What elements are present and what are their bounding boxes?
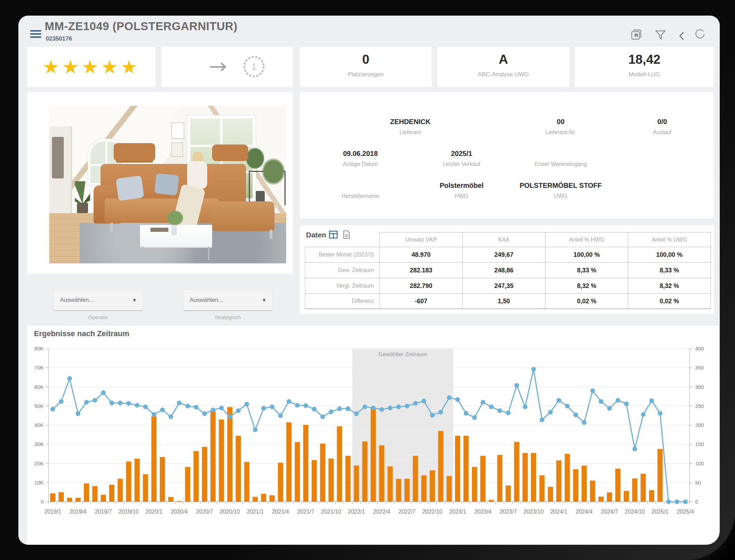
line-point-2020/1[interactable] [151,412,156,417]
line-point-2020/3[interactable] [168,414,173,419]
bar-2021/12[interactable] [345,456,351,502]
line-point-2020/5[interactable] [185,404,190,409]
bar-2024/7[interactable] [607,492,612,502]
bar-2020/8[interactable] [210,411,216,502]
line-point-2019/4[interactable] [76,411,80,416]
bar-2020/11[interactable] [236,436,241,502]
bar-2021/8[interactable] [312,460,317,502]
line-point-2020/10[interactable] [228,414,233,419]
bar-2021/5[interactable] [286,422,291,502]
bar-2020/1[interactable] [151,417,157,502]
line-point-2019/7[interactable] [101,390,106,395]
line-point-2024/6[interactable] [599,399,604,404]
rating-card[interactable]: ★★★★★ [27,47,156,87]
line-point-2019/12[interactable] [143,404,148,409]
line-point-2025/1[interactable] [658,411,663,416]
line-point-2020/7[interactable] [202,411,207,416]
bar-2019/11[interactable] [134,459,140,502]
line-point-2021/9[interactable] [320,414,325,419]
bar-2019/2[interactable] [59,492,64,502]
line-point-2023/5[interactable] [489,404,494,409]
line-point-2020/6[interactable] [194,405,199,410]
line-point-2023/12[interactable] [548,410,553,415]
line-point-2020/9[interactable] [219,405,224,410]
bar-2024/10[interactable] [632,479,637,502]
bar-2022/12[interactable] [447,476,452,502]
line-point-2023/4[interactable] [481,400,485,405]
bar-2022/9[interactable] [421,475,427,502]
line-point-2025/4[interactable] [683,499,688,504]
kpi-card-modell-lug[interactable]: 18,42 Modell-LUG [575,47,714,87]
bar-2024/9[interactable] [624,491,629,502]
line-point-2022/3[interactable] [371,405,376,410]
line-point-2024/11[interactable] [641,412,646,417]
line-point-2022/9[interactable] [421,399,426,404]
bar-2023/9[interactable] [523,453,528,502]
line-point-2022/4[interactable] [379,407,384,412]
bar-2020/7[interactable] [202,447,207,502]
bar-2024/12[interactable] [649,490,654,502]
bar-2019/8[interactable] [109,485,114,502]
bar-2019/7[interactable] [101,495,106,502]
bar-2023/11[interactable] [539,475,544,502]
line-point-2025/2[interactable] [666,499,671,504]
line-point-2020/4[interactable] [177,401,182,405]
line-point-2024/5[interactable] [590,388,595,393]
line-point-2019/9[interactable] [118,401,123,405]
line-point-2023/11[interactable] [540,418,544,422]
bar-2020/4[interactable] [177,501,182,502]
line-point-2024/12[interactable] [649,398,654,403]
line-point-2022/1[interactable] [354,411,359,416]
bar-2021/11[interactable] [337,426,342,502]
bar-2020/5[interactable] [185,467,190,502]
bar-2019/12[interactable] [143,474,148,502]
bar-2020/2[interactable] [160,457,165,502]
bar-2023/1[interactable] [455,436,460,502]
line-point-2020/2[interactable] [160,408,165,412]
bar-2021/1[interactable] [253,497,258,502]
bar-2020/12[interactable] [244,462,249,502]
line-point-2022/2[interactable] [362,404,367,409]
bar-2021/3[interactable] [270,495,275,502]
line-point-2020/12[interactable] [244,402,249,406]
bar-2022/1[interactable] [354,465,359,502]
bar-2021/6[interactable] [295,442,300,502]
bar-2022/5[interactable] [387,466,393,502]
line-point-2019/10[interactable] [126,401,131,406]
line-point-2023/2[interactable] [464,411,469,416]
line-point-2023/3[interactable] [472,415,477,420]
status-card[interactable]: 1 [161,47,293,87]
bar-2021/2[interactable] [261,494,266,502]
bar-2019/5[interactable] [84,483,89,502]
line-point-2019/2[interactable] [59,399,64,404]
line-point-2024/10[interactable] [632,447,637,452]
line-point-2023/1[interactable] [455,397,460,402]
line-point-2024/7[interactable] [607,406,612,411]
line-point-2021/12[interactable] [345,406,350,411]
bar-2019/6[interactable] [92,486,97,502]
bookmark-icon[interactable] [630,29,642,41]
bar-2021/9[interactable] [320,444,325,502]
bar-2024/1[interactable] [556,461,561,502]
bar-2022/8[interactable] [413,456,418,502]
bar-2023/8[interactable] [514,442,519,502]
bar-2021/7[interactable] [303,425,308,502]
bar-2019/1[interactable] [50,493,55,502]
line-point-2023/9[interactable] [523,404,528,409]
line-point-2024/1[interactable] [557,398,561,403]
bar-2023/12[interactable] [548,487,553,502]
bar-2020/6[interactable] [193,451,199,502]
bar-2022/2[interactable] [362,441,367,502]
bar-2022/4[interactable] [379,445,384,502]
bar-2020/3[interactable] [168,497,173,502]
bar-2024/3[interactable] [573,469,578,502]
line-point-2025/3[interactable] [675,499,680,504]
kpi-card-platzierungen[interactable]: 0 Platzierungen [300,47,432,87]
line-point-2023/7[interactable] [506,411,511,415]
line-point-2019/1[interactable] [50,407,55,412]
bar-2020/10[interactable] [227,407,233,502]
line-point-2019/5[interactable] [84,400,89,405]
bar-2019/4[interactable] [76,498,81,502]
line-point-2022/8[interactable] [413,401,418,406]
bar-2022/10[interactable] [430,470,435,502]
